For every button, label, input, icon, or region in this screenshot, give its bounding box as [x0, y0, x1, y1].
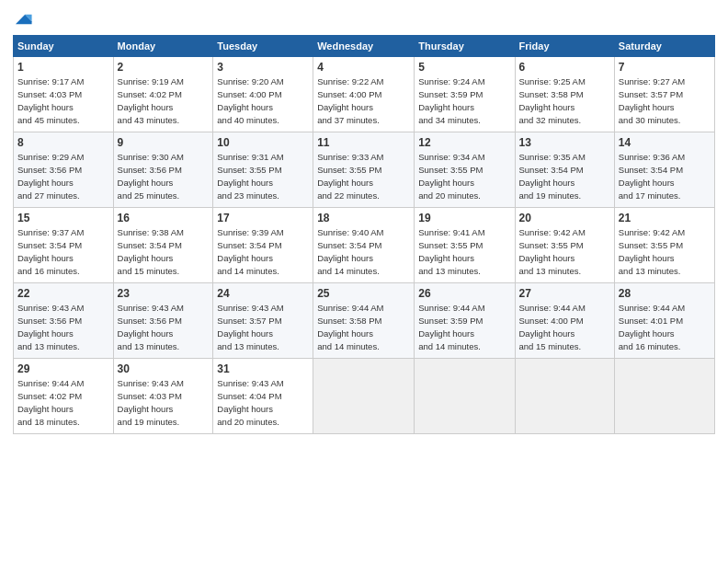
day-info: Sunrise: 9:37 AMSunset: 3:54 PMDaylight … [17, 227, 84, 275]
weekday-header: Tuesday [213, 36, 313, 57]
day-info: Sunrise: 9:44 AMSunset: 4:01 PMDaylight … [619, 303, 685, 350]
day-info: Sunrise: 9:43 AMSunset: 3:56 PMDaylight … [17, 303, 84, 350]
day-number: 27 [519, 286, 610, 301]
day-number: 15 [17, 211, 109, 225]
calendar-cell: 4 Sunrise: 9:22 AMSunset: 4:00 PMDayligh… [313, 57, 415, 132]
calendar-cell [515, 359, 614, 434]
day-info: Sunrise: 9:36 AMSunset: 3:54 PMDaylight … [619, 152, 685, 200]
calendar-cell: 13 Sunrise: 9:35 AMSunset: 3:54 PMDaylig… [515, 132, 614, 208]
logo-icon [13, 9, 33, 29]
day-number: 3 [217, 60, 309, 75]
day-number: 5 [418, 60, 510, 75]
calendar-cell: 25 Sunrise: 9:44 AMSunset: 3:58 PMDaylig… [313, 283, 415, 359]
day-number: 12 [418, 135, 510, 150]
calendar-cell: 15 Sunrise: 9:37 AMSunset: 3:54 PMDaylig… [14, 208, 114, 283]
day-info: Sunrise: 9:44 AMSunset: 4:00 PMDaylight … [519, 303, 586, 350]
page-container: SundayMondayTuesdayWednesdayThursdayFrid… [0, 0, 728, 563]
calendar-cell: 9 Sunrise: 9:30 AMSunset: 3:56 PMDayligh… [113, 132, 213, 208]
calendar-cell: 27 Sunrise: 9:44 AMSunset: 4:00 PMDaylig… [515, 283, 614, 359]
calendar-cell: 2 Sunrise: 9:19 AMSunset: 4:02 PMDayligh… [113, 57, 213, 132]
day-number: 18 [317, 211, 410, 225]
day-number: 20 [519, 211, 610, 225]
day-info: Sunrise: 9:22 AMSunset: 4:00 PMDaylight … [317, 76, 383, 124]
calendar-header: SundayMondayTuesdayWednesdayThursdayFrid… [14, 36, 715, 57]
calendar-week-row: 22 Sunrise: 9:43 AMSunset: 3:56 PMDaylig… [14, 283, 715, 359]
day-info: Sunrise: 9:44 AMSunset: 3:59 PMDaylight … [418, 303, 484, 350]
calendar-cell: 31 Sunrise: 9:43 AMSunset: 4:04 PMDaylig… [213, 359, 313, 434]
day-info: Sunrise: 9:33 AMSunset: 3:55 PMDaylight … [317, 152, 383, 200]
day-info: Sunrise: 9:24 AMSunset: 3:59 PMDaylight … [418, 76, 484, 124]
day-info: Sunrise: 9:34 AMSunset: 3:55 PMDaylight … [418, 152, 484, 200]
day-info: Sunrise: 9:41 AMSunset: 3:55 PMDaylight … [418, 227, 484, 275]
day-number: 25 [317, 286, 410, 301]
day-info: Sunrise: 9:38 AMSunset: 3:54 PMDaylight … [118, 227, 184, 275]
day-number: 14 [619, 135, 711, 150]
calendar-cell: 28 Sunrise: 9:44 AMSunset: 4:01 PMDaylig… [614, 283, 714, 359]
calendar-cell: 20 Sunrise: 9:42 AMSunset: 3:55 PMDaylig… [515, 208, 614, 283]
calendar-cell: 21 Sunrise: 9:42 AMSunset: 3:55 PMDaylig… [614, 208, 714, 283]
logo [13, 9, 37, 29]
day-number: 17 [217, 211, 309, 225]
calendar-cell: 10 Sunrise: 9:31 AMSunset: 3:55 PMDaylig… [213, 132, 313, 208]
calendar-table: SundayMondayTuesdayWednesdayThursdayFrid… [13, 35, 715, 434]
day-info: Sunrise: 9:29 AMSunset: 3:56 PMDaylight … [17, 152, 84, 200]
day-info: Sunrise: 9:43 AMSunset: 4:04 PMDaylight … [217, 378, 283, 426]
calendar-cell [614, 359, 714, 434]
calendar-cell: 29 Sunrise: 9:44 AMSunset: 4:02 PMDaylig… [14, 359, 114, 434]
calendar-cell: 8 Sunrise: 9:29 AMSunset: 3:56 PMDayligh… [14, 132, 114, 208]
day-info: Sunrise: 9:30 AMSunset: 3:56 PMDaylight … [118, 152, 184, 200]
calendar-cell: 5 Sunrise: 9:24 AMSunset: 3:59 PMDayligh… [415, 57, 515, 132]
day-info: Sunrise: 9:40 AMSunset: 3:54 PMDaylight … [317, 227, 383, 275]
day-info: Sunrise: 9:25 AMSunset: 3:58 PMDaylight … [519, 76, 586, 124]
calendar-body: 1 Sunrise: 9:17 AMSunset: 4:03 PMDayligh… [14, 57, 715, 434]
calendar-week-row: 15 Sunrise: 9:37 AMSunset: 3:54 PMDaylig… [14, 208, 715, 283]
calendar-cell: 18 Sunrise: 9:40 AMSunset: 3:54 PMDaylig… [313, 208, 415, 283]
day-number: 28 [619, 286, 711, 301]
calendar-cell [415, 359, 515, 434]
calendar-week-row: 1 Sunrise: 9:17 AMSunset: 4:03 PMDayligh… [14, 57, 715, 132]
day-number: 4 [317, 60, 410, 75]
day-info: Sunrise: 9:43 AMSunset: 3:57 PMDaylight … [217, 303, 283, 350]
calendar-cell: 22 Sunrise: 9:43 AMSunset: 3:56 PMDaylig… [14, 283, 114, 359]
weekday-header: Thursday [415, 36, 515, 57]
day-info: Sunrise: 9:44 AMSunset: 4:02 PMDaylight … [17, 378, 84, 426]
calendar-cell: 23 Sunrise: 9:43 AMSunset: 3:56 PMDaylig… [113, 283, 213, 359]
day-info: Sunrise: 9:42 AMSunset: 3:55 PMDaylight … [519, 227, 586, 275]
calendar-cell: 19 Sunrise: 9:41 AMSunset: 3:55 PMDaylig… [415, 208, 515, 283]
calendar-cell: 26 Sunrise: 9:44 AMSunset: 3:59 PMDaylig… [415, 283, 515, 359]
day-number: 1 [17, 60, 109, 75]
day-number: 31 [217, 362, 309, 376]
header [13, 9, 715, 29]
calendar-cell: 16 Sunrise: 9:38 AMSunset: 3:54 PMDaylig… [113, 208, 213, 283]
calendar-cell: 14 Sunrise: 9:36 AMSunset: 3:54 PMDaylig… [614, 132, 714, 208]
calendar-cell: 6 Sunrise: 9:25 AMSunset: 3:58 PMDayligh… [515, 57, 614, 132]
calendar-week-row: 8 Sunrise: 9:29 AMSunset: 3:56 PMDayligh… [14, 132, 715, 208]
day-info: Sunrise: 9:43 AMSunset: 3:56 PMDaylight … [118, 303, 184, 350]
day-info: Sunrise: 9:39 AMSunset: 3:54 PMDaylight … [217, 227, 283, 275]
day-number: 13 [519, 135, 610, 150]
day-number: 9 [118, 135, 210, 150]
calendar-cell: 7 Sunrise: 9:27 AMSunset: 3:57 PMDayligh… [614, 57, 714, 132]
day-info: Sunrise: 9:19 AMSunset: 4:02 PMDaylight … [118, 76, 184, 124]
day-number: 16 [118, 211, 210, 225]
weekday-header: Sunday [14, 36, 114, 57]
day-info: Sunrise: 9:27 AMSunset: 3:57 PMDaylight … [619, 76, 685, 124]
day-number: 22 [17, 286, 109, 301]
day-info: Sunrise: 9:17 AMSunset: 4:03 PMDaylight … [17, 76, 84, 124]
day-info: Sunrise: 9:42 AMSunset: 3:55 PMDaylight … [619, 227, 685, 275]
calendar-cell: 3 Sunrise: 9:20 AMSunset: 4:00 PMDayligh… [213, 57, 313, 132]
day-number: 29 [17, 362, 109, 376]
day-number: 11 [317, 135, 410, 150]
day-number: 26 [418, 286, 510, 301]
weekday-header: Saturday [614, 36, 714, 57]
day-number: 30 [118, 362, 210, 376]
day-number: 6 [519, 60, 610, 75]
calendar-cell: 1 Sunrise: 9:17 AMSunset: 4:03 PMDayligh… [14, 57, 114, 132]
day-number: 24 [217, 286, 309, 301]
day-info: Sunrise: 9:35 AMSunset: 3:54 PMDaylight … [519, 152, 586, 200]
calendar-cell: 11 Sunrise: 9:33 AMSunset: 3:55 PMDaylig… [313, 132, 415, 208]
day-number: 23 [118, 286, 210, 301]
day-info: Sunrise: 9:44 AMSunset: 3:58 PMDaylight … [317, 303, 383, 350]
weekday-header: Wednesday [313, 36, 415, 57]
weekday-header: Monday [113, 36, 213, 57]
